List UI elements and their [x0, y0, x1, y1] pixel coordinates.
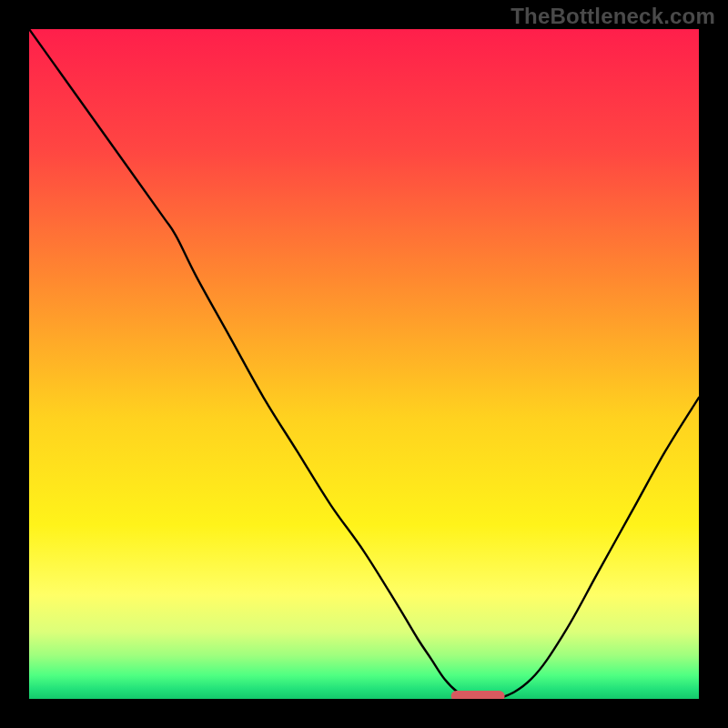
- plot-area: [29, 29, 699, 699]
- chart-frame: TheBottleneck.com: [0, 0, 728, 728]
- gradient-background: [29, 29, 699, 699]
- optimal-marker: [451, 691, 505, 699]
- watermark-text: TheBottleneck.com: [511, 4, 715, 29]
- chart-svg: [29, 29, 699, 699]
